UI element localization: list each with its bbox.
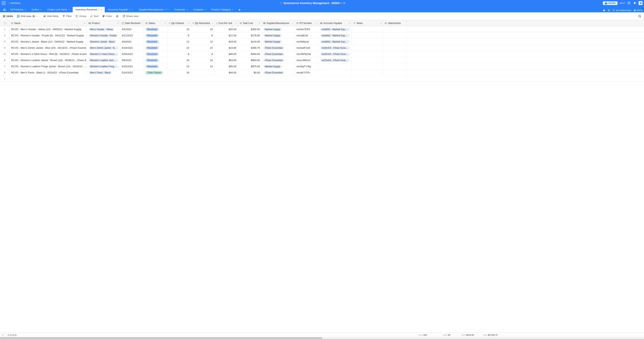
cell-cost-per-unit[interactable]: $54.00	[214, 57, 238, 63]
cell-name[interactable]: RCVD - Men's Denim Jacket - Blue (15) - …	[10, 45, 87, 51]
table-row[interactable]: 2 RCVD - Women's Hoodie - Purple (8) - 0…	[0, 32, 644, 39]
help-link[interactable]: HELP	[620, 2, 625, 4]
color-button[interactable]: Color	[101, 14, 114, 18]
row-number[interactable]: 7	[0, 64, 10, 70]
tab-orders[interactable]: Orders▾	[29, 7, 44, 12]
cell-name[interactable]: RCVD - Men's Pants - Black () - 05/24/22…	[10, 70, 87, 76]
cell-notes[interactable]	[352, 32, 383, 38]
cell-name[interactable]: RCVD - Men's Hoodie - Yellow (10) - 04/0…	[10, 26, 87, 32]
views-button[interactable]: VIEWS	[1, 14, 15, 18]
chevron-down-icon[interactable]: ▾	[212, 22, 213, 24]
cell-qty-restocked[interactable]	[191, 70, 214, 76]
col-attachments[interactable]: Attachments	[383, 20, 407, 26]
cell-po-number[interactable]: recvc3MUo1	[295, 57, 318, 63]
cell-cost-per-unit[interactable]: $48.00	[214, 70, 238, 76]
cell-attachments[interactable]	[383, 39, 407, 45]
cell-qty-restocked[interactable]: 15	[191, 64, 214, 70]
menu-button[interactable]	[2, 7, 7, 12]
cell-qty-ordered[interactable]: 15	[168, 64, 191, 70]
row-number[interactable]: 5	[0, 51, 10, 57]
table-row[interactable]: 8 RCVD - Men's Pants - Black () - 05/24/…	[0, 70, 644, 76]
cell-po-number[interactable]: reciqhTOYb	[295, 70, 318, 76]
cell-qty-restocked[interactable]: 8	[191, 51, 214, 57]
cell-total-cost[interactable]: $975.00	[238, 64, 262, 70]
cell-status[interactable]: Received	[144, 39, 168, 45]
cell-qty-ordered[interactable]: 16	[168, 57, 191, 63]
select-all-checkbox[interactable]	[0, 20, 10, 26]
sum-total-cost[interactable]: Sum$3,334.75	[476, 334, 499, 336]
cell-name[interactable]: RCVD - Women's Jacket - Black (12) - 04/…	[10, 39, 87, 45]
add-row[interactable]: +	[0, 76, 644, 82]
table-row[interactable]: 4 RCVD - Men's Denim Jacket - Blue (15) …	[0, 45, 644, 51]
sort-button[interactable]: Sort	[88, 14, 100, 18]
hide-fields-button[interactable]: Hide fields	[42, 14, 60, 18]
cell-qty-restocked[interactable]: 15	[191, 45, 214, 51]
cell-accounts-payable[interactable]: reclb0k2 - Marked Supply - 0	[318, 39, 352, 45]
chevron-down-icon[interactable]: ▾	[141, 22, 142, 24]
notifications-icon[interactable]	[633, 1, 637, 5]
cell-po-number[interactable]: recnWPpOat	[295, 51, 318, 57]
base-title[interactable]: 🛒 Ecommerce Inventory Management - DEMO …	[280, 2, 345, 5]
share-button[interactable]: 👥 SHARE	[603, 1, 618, 5]
cell-date[interactable]: 5/24/2022	[120, 70, 144, 76]
cell-notes[interactable]	[352, 64, 383, 70]
cell-accounts-payable[interactable]: recDrxhA - ATown Essentials -	[318, 51, 352, 57]
cell-total-cost[interactable]: $350.00	[238, 26, 262, 32]
cell-name[interactable]: RCVD - Women's Leather Jacket - Brown (1…	[10, 57, 87, 63]
chevron-down-icon[interactable]: ▾	[84, 22, 85, 24]
table-row[interactable]: 3 RCVD - Women's Jacket - Black (12) - 0…	[0, 39, 644, 45]
chevron-down-icon[interactable]: ▾	[259, 22, 260, 24]
cell-attachments[interactable]	[383, 57, 407, 63]
tab-customer[interactable]: Customer▾	[172, 7, 190, 12]
cell-date[interactable]: 4/29/2022	[120, 51, 144, 57]
cell-notes[interactable]	[352, 39, 383, 45]
cell-po-number[interactable]: rectxj9L5k	[295, 32, 318, 38]
col-po-number[interactable]: fxPO Number▾	[295, 20, 318, 26]
row-number[interactable]: 4	[0, 45, 10, 51]
cell-status[interactable]: Received	[144, 64, 168, 70]
row-number[interactable]: 6	[0, 57, 10, 63]
sum-qty-ordered[interactable]: Sum103	[405, 334, 428, 336]
cell-po-number[interactable]: recNIs7EP9	[295, 26, 318, 32]
col-notes[interactable]: Notes▾	[352, 20, 383, 26]
cell-supplier[interactable]: ATown Essentials	[262, 51, 295, 57]
cell-cost-per-unit[interactable]: $65.00	[214, 64, 238, 70]
cell-date[interactable]: 5/20/2022	[120, 64, 144, 70]
cell-accounts-payable[interactable]: reclb0k2 - Marked Supply - 0	[318, 26, 352, 32]
row-number[interactable]: 2	[0, 32, 10, 38]
cell-attachments[interactable]	[383, 32, 407, 38]
cell-attachments[interactable]	[383, 51, 407, 57]
horizontal-scrollbar[interactable]	[0, 337, 644, 339]
chevron-down-icon[interactable]: ▾	[292, 22, 293, 24]
cell-total-cost[interactable]: $864.00	[238, 57, 262, 63]
cell-date[interactable]: 4/12/2022	[120, 32, 144, 38]
scrollbar-thumb[interactable]	[0, 337, 322, 339]
apps-button[interactable]: APPS	[634, 9, 642, 12]
cell-total-cost[interactable]: $384.00	[238, 51, 262, 57]
cell-qty-restocked[interactable]: 10	[191, 26, 214, 32]
chevron-down-icon[interactable]: ▾	[118, 22, 118, 24]
cell-name[interactable]: RCVD - Women's V Neck Dress - Red (8) - …	[10, 51, 87, 57]
cell-cost-per-unit[interactable]: $35.00	[214, 26, 238, 32]
share-view-button[interactable]: Share view	[121, 14, 140, 18]
cell-name[interactable]: RCVD - Women's Leather Fringe Jacket - B…	[10, 64, 87, 70]
cell-product[interactable]: Women's Leather Fringe Jack	[87, 64, 120, 70]
tab-orders-line-items[interactable]: Orders Line Items▾	[45, 7, 72, 12]
history-icon[interactable]	[608, 9, 610, 12]
cell-notes[interactable]	[352, 70, 383, 76]
send-icon[interactable]	[638, 1, 642, 5]
cell-name[interactable]: RCVD - Women's Hoodie - Purple (8) - 04/…	[10, 32, 87, 38]
cell-cost-per-unit[interactable]: $22.00	[214, 32, 238, 38]
cell-notes[interactable]	[352, 26, 383, 32]
cell-status[interactable]: Received	[144, 51, 168, 57]
cell-status[interactable]: Received	[144, 45, 168, 51]
cell-accounts-payable[interactable]	[318, 70, 352, 76]
cell-date[interactable]: 4/5/2022	[120, 26, 144, 32]
cell-cost-per-unit[interactable]: $48.00	[214, 51, 238, 57]
tab-product-category[interactable]: Product Category▾	[208, 7, 236, 12]
cell-product[interactable]: Men's Denim Jacket - Blue	[87, 45, 120, 51]
cell-accounts-payable[interactable]	[318, 64, 352, 70]
add-record-button[interactable]: +	[1, 332, 6, 337]
cell-attachments[interactable]	[383, 64, 407, 70]
cell-status[interactable]: Order Placed	[144, 70, 168, 76]
